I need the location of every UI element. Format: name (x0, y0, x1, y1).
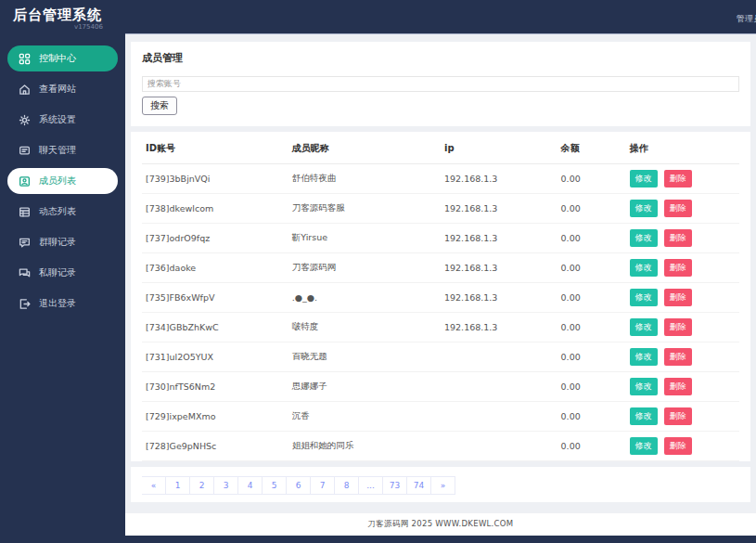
cell-ip: 192.168.1.3 (441, 252, 557, 282)
delete-button[interactable]: 删除 (664, 407, 692, 425)
sidebar-item-control-center[interactable]: 控制中心 (7, 45, 118, 71)
table-row: [735]FB6xWfpV .●_●. 192.168.1.3 0.00 修改 … (142, 282, 739, 312)
cell-nickname: 思娜娜子 (288, 371, 441, 401)
cell-nickname: 姐姐和她的同乐 (288, 431, 441, 460)
search-input[interactable] (142, 76, 739, 92)
cell-nickname: 沉香 (288, 401, 441, 431)
sidebar-item-chat-management[interactable]: 聊天管理 (7, 137, 118, 163)
search-button[interactable]: 搜索 (142, 97, 177, 115)
sidebar-item-label: 成员列表 (39, 175, 76, 187)
sidebar-item-private-chat-log[interactable]: 私聊记录 (7, 260, 118, 286)
page-button[interactable]: « (142, 476, 166, 495)
page-button[interactable]: 74 (407, 476, 431, 495)
cell-balance: 0.00 (557, 342, 626, 371)
cell-id: [739]3bBjnVQi (142, 163, 288, 193)
delete-button[interactable]: 删除 (664, 437, 692, 455)
main-content: 成员管理 搜索 ID账号 成员昵称 ip 余额 操作 [739]3bBjnVQ (125, 33, 756, 536)
member-card-icon (19, 175, 31, 187)
search-panel: 成员管理 搜索 (131, 42, 750, 126)
page-button[interactable]: 3 (214, 476, 238, 495)
cell-balance: 0.00 (557, 312, 626, 342)
page-button[interactable]: ... (359, 476, 383, 495)
edit-button[interactable]: 修改 (630, 407, 658, 425)
delete-button[interactable]: 删除 (664, 318, 692, 336)
page-button[interactable]: 2 (190, 476, 214, 495)
table-row: [731]ul2O5YUX 百晓无题 0.00 修改 删除 (142, 342, 739, 371)
page-button[interactable]: 1 (166, 476, 190, 495)
page-button[interactable]: 8 (335, 476, 359, 495)
cell-id: [729]ixpeMXmo (142, 401, 288, 431)
footer-text: 刀客源码网 2025 WWW.DKEWL.COM (368, 519, 514, 530)
sidebar-item-label: 退出登录 (39, 297, 76, 310)
edit-button[interactable]: 修改 (630, 318, 658, 336)
sidebar-item-system-settings[interactable]: 系统设置 (7, 107, 118, 133)
app-title: 后台管理系统 (13, 6, 102, 24)
page-button[interactable]: 4 (238, 476, 263, 495)
cell-actions: 修改 删除 (626, 371, 739, 401)
header-id: ID账号 (142, 134, 288, 164)
edit-button[interactable]: 修改 (630, 259, 658, 277)
cell-nickname: 刀客源码客服 (288, 193, 441, 223)
page-button[interactable]: 5 (263, 476, 287, 495)
cell-nickname: 百晓无题 (288, 342, 441, 371)
sidebar-item-member-list[interactable]: 成员列表 (7, 168, 118, 194)
table-row: [739]3bBjnVQi 舒伯特夜曲 192.168.1.3 0.00 修改 … (142, 163, 739, 193)
cell-id: [734]GBbZhKwC (142, 312, 288, 342)
table-body: [739]3bBjnVQi 舒伯特夜曲 192.168.1.3 0.00 修改 … (142, 163, 739, 460)
delete-button[interactable]: 删除 (664, 229, 692, 247)
admin-user-menu[interactable]: 管理员 (737, 13, 756, 25)
edit-button[interactable]: 修改 (630, 437, 658, 455)
sidebar-item-group-chat-log[interactable]: 群聊记录 (7, 229, 118, 255)
page-button[interactable]: 7 (311, 476, 335, 495)
edit-button[interactable]: 修改 (630, 170, 658, 187)
cell-nickname: 啵特度 (288, 312, 441, 342)
cell-nickname: 刀客源码网 (288, 252, 441, 282)
table-row: [728]Ge9pNHSc 姐姐和她的同乐 0.00 修改 删除 (142, 431, 739, 460)
cell-balance: 0.00 (557, 431, 626, 460)
cell-nickname: 靳Yirsue (288, 223, 441, 252)
table-row: [738]dkewlcom 刀客源码客服 192.168.1.3 0.00 修改… (142, 193, 739, 223)
delete-button[interactable]: 删除 (664, 348, 692, 366)
pagination: « 1 2 3 4 5 6 7 8 ... 73 74 (142, 476, 455, 495)
cell-actions: 修改 删除 (626, 342, 739, 371)
edit-button[interactable]: 修改 (630, 229, 658, 247)
edit-button[interactable]: 修改 (630, 200, 658, 217)
cell-ip (441, 342, 557, 371)
cell-ip: 192.168.1.3 (441, 223, 557, 252)
header-balance: 余额 (557, 134, 626, 164)
page-title: 成员管理 (142, 51, 739, 65)
cell-actions: 修改 删除 (626, 401, 739, 431)
sidebar-item-label: 系统设置 (39, 113, 76, 126)
delete-button[interactable]: 删除 (664, 200, 692, 217)
cell-balance: 0.00 (557, 252, 626, 282)
delete-button[interactable]: 删除 (664, 378, 692, 395)
cell-actions: 修改 删除 (626, 223, 739, 252)
member-table-panel: ID账号 成员昵称 ip 余额 操作 [739]3bBjnVQi 舒伯特夜曲 1… (131, 132, 750, 461)
gear-icon (19, 114, 31, 126)
sidebar-item-view-site[interactable]: 查看网站 (7, 76, 118, 102)
cell-balance: 0.00 (557, 193, 626, 223)
edit-button[interactable]: 修改 (630, 348, 658, 366)
home-icon (19, 84, 31, 96)
cell-id: [738]dkewlcom (142, 193, 288, 223)
cell-id: [730]nfTS6Nm2 (142, 371, 288, 401)
edit-button[interactable]: 修改 (630, 289, 658, 306)
page-button[interactable]: » (431, 476, 455, 495)
sidebar-item-label: 私聊记录 (39, 266, 76, 279)
header-nickname: 成员昵称 (288, 134, 441, 164)
footer: 刀客源码网 2025 WWW.DKEWL.COM (125, 513, 756, 536)
edit-button[interactable]: 修改 (630, 378, 658, 395)
header-ip: ip (441, 134, 557, 164)
table-list-icon (19, 206, 31, 218)
cell-balance: 0.00 (557, 401, 626, 431)
page-button[interactable]: 6 (287, 476, 311, 495)
delete-button[interactable]: 删除 (664, 259, 692, 277)
delete-button[interactable]: 删除 (664, 170, 692, 187)
table-row: [734]GBbZhKwC 啵特度 192.168.1.3 0.00 修改 删除 (142, 312, 739, 342)
sidebar-item-logout[interactable]: 退出登录 (7, 291, 118, 317)
page-button[interactable]: 73 (383, 476, 407, 495)
sidebar-item-label: 聊天管理 (39, 144, 76, 157)
app-version: v175406 (74, 23, 103, 31)
sidebar-item-dynamic-list[interactable]: 动态列表 (7, 199, 118, 225)
delete-button[interactable]: 删除 (664, 289, 692, 306)
